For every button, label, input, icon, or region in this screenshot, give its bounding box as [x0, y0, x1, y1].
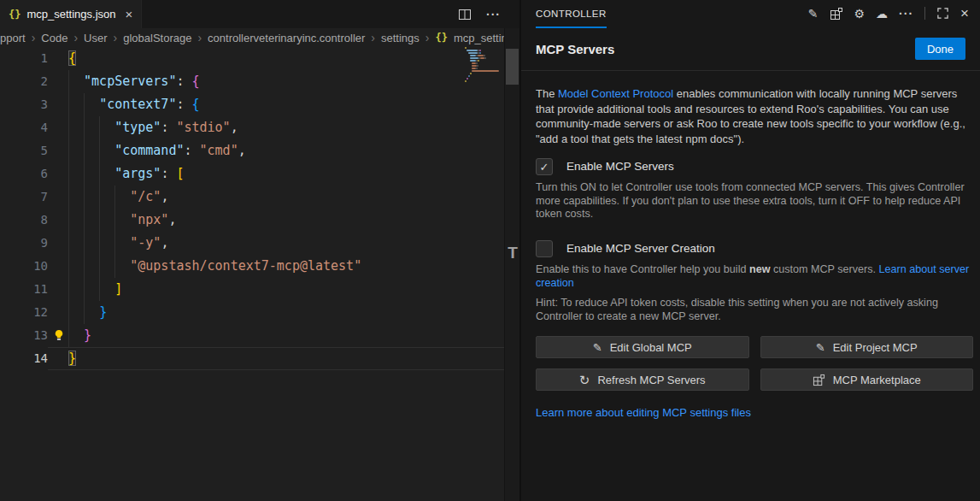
code-line[interactable]: 11 ]	[0, 278, 504, 301]
button-label: Refresh MCP Servers	[597, 374, 705, 386]
line-number: 3	[0, 93, 48, 116]
code-line[interactable]: 7 "/c",	[0, 186, 504, 209]
mcp-marketplace-button[interactable]: MCP Marketplace	[760, 368, 974, 391]
tab-title: mcp_settings.json	[26, 8, 115, 21]
code-line[interactable]: 9 "-y",	[0, 232, 504, 255]
enable-mcp-server-creation-row: Enable MCP Server Creation	[536, 240, 973, 257]
checkbox-label: Enable MCP Servers	[566, 159, 674, 174]
json-file-icon: {}	[436, 32, 448, 44]
line-number: 4	[0, 116, 48, 139]
json-file-icon: {}	[9, 9, 21, 21]
minimap-line	[479, 52, 481, 54]
line-number: 14	[0, 347, 48, 370]
editor-group: {} mcp_settings.json × ··· pport›Code›Us…	[0, 0, 519, 501]
breadcrumb-item[interactable]: Code	[41, 32, 67, 44]
code-line[interactable]: 8 "npx",	[0, 209, 504, 232]
breadcrumb: pport›Code›User›globalStorage›controller…	[0, 28, 519, 47]
code-line[interactable]: 1{	[0, 47, 504, 70]
code-line[interactable]: 6 "args": [	[0, 162, 504, 186]
minimap-line	[470, 57, 478, 59]
refresh-mcp-servers-button[interactable]: ↻ Refresh MCP Servers	[536, 368, 749, 391]
minimap-line	[472, 62, 475, 64]
line-number: 11	[0, 278, 48, 301]
learn-more-mcp-settings-link[interactable]: Learn more about editing MCP settings fi…	[536, 406, 751, 419]
code-line[interactable]: 5 "command": "cmd",	[0, 139, 504, 162]
editor-scrollbar[interactable]: T	[504, 28, 520, 501]
minimap-line	[484, 57, 486, 59]
minimap-line	[472, 65, 476, 67]
code-editor[interactable]: 1{2 "mcpServers": {3 "context7": {4 "typ…	[0, 47, 504, 501]
code-line[interactable]: 13 }	[0, 324, 504, 347]
indent-guide	[114, 186, 115, 278]
line-number: 8	[0, 209, 48, 232]
line-number: 10	[0, 255, 48, 278]
code-line[interactable]: 2 "mcpServers": {	[0, 70, 504, 93]
minimap-line	[470, 60, 475, 62]
model-context-protocol-link[interactable]: Model Context Protocol	[558, 87, 673, 100]
enable-mcp-servers-description: Turn this ON to let Controller use tools…	[536, 181, 973, 221]
breadcrumb-item[interactable]: pport	[0, 32, 26, 44]
minimap-line	[472, 70, 499, 72]
code-line[interactable]: 14}	[0, 347, 504, 370]
mcp-intro-text: The Model Context Protocol enables commu…	[536, 86, 973, 146]
code-line[interactable]: 3 "context7": {	[0, 93, 504, 116]
minimap[interactable]	[463, 45, 502, 100]
scrollbar-thumb[interactable]	[506, 49, 519, 85]
breadcrumb-item[interactable]: settings	[381, 32, 420, 44]
indent-guide	[84, 93, 85, 324]
checkbox-label: Enable MCP Server Creation	[566, 241, 715, 256]
chevron-right-icon: ›	[371, 31, 375, 44]
minimap-line	[484, 55, 485, 56]
enable-mcp-servers-checkbox[interactable]: ✓	[536, 158, 553, 175]
breadcrumb-item[interactable]: controllerveterinaryinc.controller	[208, 32, 365, 44]
code-line[interactable]: 12 }	[0, 301, 504, 324]
chevron-right-icon: ›	[197, 31, 202, 44]
refresh-icon: ↻	[579, 374, 590, 386]
breadcrumb-item[interactable]: globalStorage	[123, 32, 191, 44]
minimap-line	[479, 50, 481, 51]
marketplace-icon	[813, 374, 825, 386]
chevron-right-icon: ›	[73, 31, 78, 44]
check-icon: ✓	[540, 162, 549, 173]
editor-tab-bar: {} mcp_settings.json × ···	[0, 0, 519, 28]
minimap-line	[467, 50, 478, 51]
enable-mcp-server-creation-checkbox[interactable]	[536, 240, 553, 257]
more-actions-icon[interactable]: ···	[486, 8, 501, 21]
minimap-line	[470, 55, 475, 56]
indent-guide	[68, 70, 69, 347]
minimap-line	[477, 65, 478, 67]
mcp-action-buttons: ✎ Edit Global MCP ✎ Edit Project MCP ↻ R…	[536, 336, 973, 391]
line-number: 12	[0, 301, 48, 324]
breadcrumb-item[interactable]: User	[84, 32, 107, 44]
editor-tab-mcp-settings[interactable]: {} mcp_settings.json ×	[0, 0, 142, 28]
minimap-line	[478, 60, 479, 62]
minimap-line	[470, 73, 472, 74]
split-editor-icon[interactable]	[458, 8, 472, 21]
line-number: 5	[0, 139, 48, 162]
server-creation-hint: Hint: To reduce API token costs, disable…	[536, 297, 973, 323]
tab-close-icon[interactable]: ×	[126, 8, 133, 21]
enable-mcp-servers-row: ✓ Enable MCP Servers	[536, 158, 973, 175]
minimap-line	[472, 68, 475, 69]
breadcrumb-item[interactable]: mcp_settin	[454, 32, 508, 44]
minimap-line	[476, 62, 478, 64]
lightbulb-icon[interactable]	[53, 329, 65, 341]
controller-panel: CONTROLLER ✎ ⚙ ☁ ··· × MCP Servers Done …	[521, 0, 980, 501]
edit-global-mcp-button[interactable]: ✎ Edit Global MCP	[536, 336, 749, 358]
minimap-line	[468, 75, 470, 77]
line-number: 1	[0, 47, 48, 70]
minimap-line	[468, 52, 478, 54]
line-number: 7	[0, 186, 48, 209]
indent-guide	[99, 116, 100, 301]
chevron-right-icon: ›	[114, 31, 118, 44]
button-label: Edit Global MCP	[610, 341, 692, 354]
line-number: 2	[0, 70, 48, 93]
chevron-right-icon: ›	[32, 31, 36, 44]
button-label: MCP Marketplace	[833, 374, 921, 386]
code-line[interactable]: 4 "type": "stdio",	[0, 116, 504, 139]
minimap-line	[465, 47, 467, 49]
edit-project-mcp-button[interactable]: ✎ Edit Project MCP	[760, 336, 974, 358]
pencil-icon: ✎	[593, 342, 602, 353]
code-line[interactable]: 10 "@upstash/context7-mcp@latest"	[0, 255, 504, 278]
overlay-text: T	[505, 244, 520, 262]
